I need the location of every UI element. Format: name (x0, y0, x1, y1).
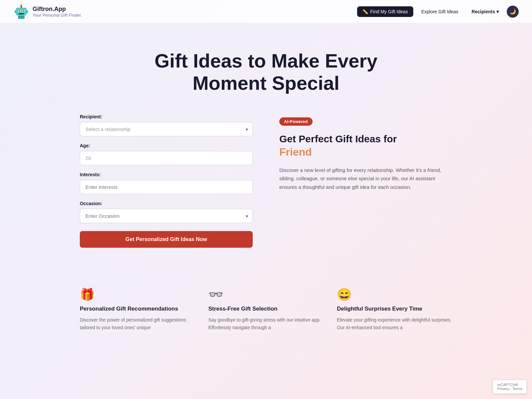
explore-label: Explore Gift Ideas (421, 9, 458, 14)
recaptcha-line2: Privacy - Terms (497, 387, 522, 391)
svg-rect-8 (15, 10, 16, 13)
svg-point-4 (23, 10, 24, 12)
feature-desc-3: Elevate your gifting experience with del… (337, 316, 452, 331)
svg-rect-11 (18, 17, 25, 17)
recipient-select-wrapper: Select a relationship Friend Partner Par… (80, 122, 253, 136)
occasion-label: Occasion: (80, 201, 253, 206)
age-label: Age: (80, 143, 253, 148)
feature-title-1: Personalized Gift Recommendations (80, 306, 178, 312)
logo-text: Giftron.App Your Personal Gift Finder. (33, 6, 82, 18)
occasion-wrapper: ▾ (80, 209, 253, 223)
svg-point-7 (20, 4, 22, 6)
svg-rect-5 (19, 13, 24, 14)
ai-badge: AI-Powered (279, 117, 313, 126)
age-group: Age: (80, 143, 253, 165)
recaptcha-notice: reCAPTCHA Privacy - Terms (493, 380, 527, 394)
info-heading: Get Perfect Gift Ideas for Friend (279, 132, 452, 159)
svg-rect-0 (16, 8, 27, 16)
recipients-label: Recipients (471, 9, 495, 14)
gift-icon: 🎁 (80, 288, 95, 302)
feature-item-3: 😄 Delightful Surprises Every Time Elevat… (337, 288, 452, 331)
recipient-group: Recipient: Select a relationship Friend … (80, 114, 253, 136)
main-nav: ✏️ Find My Gift Ideas Explore Gift Ideas… (357, 6, 519, 18)
age-input[interactable] (80, 151, 253, 165)
recipient-label: Recipient: (80, 114, 253, 119)
info-heading-line1: Get Perfect Gift Ideas for (279, 133, 397, 144)
find-gift-label: Find My Gift Ideas (370, 9, 408, 14)
recipient-select[interactable]: Select a relationship Friend Partner Par… (80, 122, 253, 136)
gift-form: Recipient: Select a relationship Friend … (80, 114, 253, 248)
chevron-down-icon: ▾ (496, 9, 499, 14)
interests-group: Interests: (80, 172, 253, 194)
smile-icon: 😄 (337, 288, 352, 302)
info-description: Discover a new level of gifting for ever… (279, 166, 452, 192)
recaptcha-line1: reCAPTCHA (497, 383, 522, 387)
moon-icon: 🌙 (509, 8, 516, 15)
glasses-icon: 👓 (208, 288, 223, 302)
feature-title-3: Delightful Surprises Every Time (337, 306, 422, 312)
info-panel: AI-Powered Get Perfect Gift Ideas for Fr… (279, 114, 452, 191)
logo-robot-icon (13, 4, 29, 20)
logo-subtitle: Your Personal Gift Finder. (33, 13, 82, 18)
svg-rect-9 (26, 10, 28, 13)
explore-gift-button[interactable]: Explore Gift Ideas (416, 6, 464, 17)
hero-body: Recipient: Select a relationship Friend … (80, 114, 452, 248)
occasion-input[interactable] (80, 209, 253, 223)
feature-desc-1: Discover the power of personalized gift … (80, 316, 195, 331)
hero-headline: Gift Ideas to Make Every Moment Special (116, 50, 416, 94)
feature-desc-2: Say goodbye to gift-giving stress with o… (208, 316, 324, 331)
header: Giftron.App Your Personal Gift Finder. ✏… (0, 0, 532, 23)
pencil-icon: ✏️ (362, 9, 368, 14)
interests-label: Interests: (80, 172, 253, 177)
find-gift-button[interactable]: ✏️ Find My Gift Ideas (357, 6, 413, 17)
hero-section: Gift Ideas to Make Every Moment Special … (66, 23, 466, 268)
feature-title-2: Stress-Free Gift Selection (208, 306, 278, 312)
recipients-button[interactable]: Recipients ▾ (466, 6, 504, 17)
info-heading-accent: Friend (279, 145, 452, 159)
feature-item-1: 🎁 Personalized Gift Recommendations Disc… (80, 288, 195, 331)
logo-area: Giftron.App Your Personal Gift Finder. (13, 4, 82, 20)
logo-title: Giftron.App (33, 6, 82, 13)
interests-input[interactable] (80, 180, 253, 194)
dark-mode-toggle[interactable]: 🌙 (507, 6, 519, 18)
svg-point-3 (19, 10, 20, 12)
get-ideas-button[interactable]: Get Personalized Gift Ideas Now (80, 231, 253, 248)
features-section: 🎁 Personalized Gift Recommendations Disc… (66, 288, 466, 358)
occasion-group: Occasion: ▾ (80, 201, 253, 223)
feature-item-2: 👓 Stress-Free Gift Selection Say goodbye… (208, 288, 324, 331)
